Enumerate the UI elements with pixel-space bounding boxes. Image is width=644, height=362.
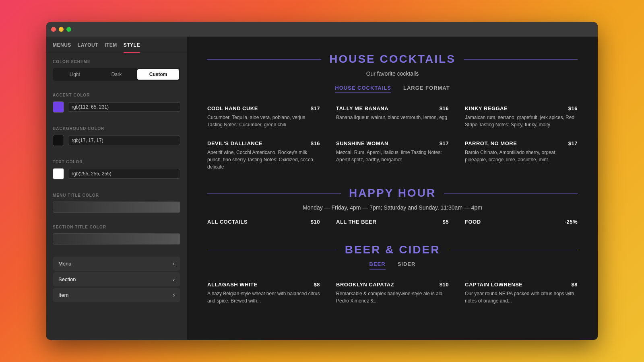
tab-style[interactable]: STYLE xyxy=(124,42,140,53)
accent-color-section: ACCENT COLOR rgb(112, 65, 231) xyxy=(46,86,187,114)
item-price: -25% xyxy=(565,219,578,225)
item-price: $5 xyxy=(443,219,449,225)
maximize-button[interactable] xyxy=(66,27,71,32)
item-price: $17 xyxy=(440,140,449,146)
item-price: $17 xyxy=(568,140,578,146)
item-price: $16 xyxy=(440,105,449,111)
nav-item-section[interactable]: Section › xyxy=(53,272,180,286)
menu-item: BROOKLYN CAPATAZ $10 Remarkable & comple… xyxy=(336,282,449,304)
text-color-section: TEXT COLOR rgb(255, 255, 255) xyxy=(46,153,187,181)
app-body: MENUS LAYOUT ITEM STYLE COLOR SCHEME Lig… xyxy=(46,37,598,340)
menu-item: ALL COCTAILS $10 xyxy=(207,219,320,227)
item-name: CAPTAIN LOWRENSE $8 xyxy=(465,282,578,288)
tab-beer[interactable]: BEER xyxy=(369,261,386,269)
items-row-happy-hour: ALL COCTAILS $10 ALL THE BEER $5 FOOD xyxy=(207,219,578,227)
item-price: $10 xyxy=(440,282,449,288)
menu-title-color-picker[interactable] xyxy=(53,202,180,213)
nav-tabs: MENUS LAYOUT ITEM STYLE xyxy=(46,37,187,53)
item-name: SUNSHINE WOMAN $17 xyxy=(336,140,449,146)
item-name: FOOD -25% xyxy=(465,219,578,225)
section-title-beer-cider: BEER & CIDER xyxy=(207,243,578,256)
item-name: ALL THE BEER $5 xyxy=(336,219,449,225)
section-title-color-label: SECTION TITLE COLOR xyxy=(53,225,180,229)
color-scheme-buttons: Light Dark Custom xyxy=(53,68,180,81)
scheme-custom-button[interactable]: Custom xyxy=(137,69,179,80)
text-color-value[interactable]: rgb(255, 255, 255) xyxy=(68,169,180,179)
item-desc: Aperitif wine, Cocchi Americano, Rockey'… xyxy=(207,149,320,171)
section-tabs: BEER SIDER xyxy=(207,261,578,269)
scheme-dark-button[interactable]: Dark xyxy=(96,69,138,80)
title-line-right xyxy=(464,59,578,60)
close-button[interactable] xyxy=(51,27,56,32)
menu-item: SUNSHINE WOMAN $17 Mezcal, Rum, Aperol, … xyxy=(336,140,449,171)
item-price: $8 xyxy=(314,282,320,288)
scheme-light-button[interactable]: Light xyxy=(54,69,96,80)
accent-color-swatch[interactable] xyxy=(53,101,64,113)
item-desc: Cucumber, Tequila, aloe vera, poblano, v… xyxy=(207,114,320,128)
tab-sider[interactable]: SIDER xyxy=(398,261,416,269)
section-subtitle: Monday — Friday, 4pm — 7pm; Saturday and… xyxy=(207,204,578,211)
section-heading: HAPPY HOUR xyxy=(349,187,436,200)
accent-color-value[interactable]: rgb(112, 65, 231) xyxy=(68,102,180,112)
title-line-left xyxy=(207,193,341,193)
main-content: HOUSE COCKTAILS Our favorite cocktails H… xyxy=(187,37,598,340)
minimize-button[interactable] xyxy=(59,27,64,32)
nav-item-item-label: Item xyxy=(58,292,68,298)
tab-menus[interactable]: MENUS xyxy=(53,42,71,53)
item-desc: Barolo Chinato, Amontillado sherry, orge… xyxy=(465,149,578,163)
menu-title-color-label: MENU TITLE COLOR xyxy=(53,193,180,197)
item-desc: Remarkable & complex barleywine-style al… xyxy=(336,290,449,304)
section-title-happy-hour: HAPPY HOUR xyxy=(207,187,578,200)
sidebar: MENUS LAYOUT ITEM STYLE COLOR SCHEME Lig… xyxy=(46,37,187,340)
menu-item: KINKY REGGAE $16 Jamaican rum, serrano, … xyxy=(465,105,578,128)
section-title-color-section: SECTION TITLE COLOR xyxy=(46,218,187,250)
item-price: $16 xyxy=(311,140,320,146)
color-scheme-section: COLOR SCHEME Light Dark Custom xyxy=(46,53,187,81)
background-color-swatch[interactable] xyxy=(53,135,64,146)
item-price: $10 xyxy=(311,219,320,225)
section-tabs: HOUSE COCKTAILS LARGE FORMAT xyxy=(207,85,578,93)
section-heading: HOUSE COCKTAILS xyxy=(329,53,456,66)
text-color-row: rgb(255, 255, 255) xyxy=(53,168,180,179)
section-happy-hour: HAPPY HOUR Monday — Friday, 4pm — 7pm; S… xyxy=(207,187,578,227)
item-name: KINKY REGGAE $16 xyxy=(465,105,578,111)
section-title-color-picker[interactable] xyxy=(53,233,180,245)
app-window: MENUS LAYOUT ITEM STYLE COLOR SCHEME Lig… xyxy=(46,22,598,340)
text-color-swatch[interactable] xyxy=(53,168,64,179)
menu-item: COOL HAND CUKE $17 Cucumber, Tequila, al… xyxy=(207,105,320,128)
item-desc: A hazy Belgian-style wheat beer with bal… xyxy=(207,290,320,304)
item-desc: Banana liqueur, walnut, blanc vermouth, … xyxy=(336,114,449,121)
item-name: DEVIL'S DALLIANCE $16 xyxy=(207,140,320,146)
title-line-right xyxy=(448,250,578,250)
nav-item-item[interactable]: Item › xyxy=(53,288,180,302)
section-beer-cider: BEER & CIDER BEER SIDER ALLAGASH WHITE $… xyxy=(207,243,578,304)
titlebar xyxy=(46,22,598,37)
color-scheme-label: COLOR SCHEME xyxy=(53,60,180,64)
menu-item: ALL THE BEER $5 xyxy=(336,219,449,227)
accent-color-row: rgb(112, 65, 231) xyxy=(53,101,180,113)
menu-item: DEVIL'S DALLIANCE $16 Aperitif wine, Coc… xyxy=(207,140,320,171)
section-title-house-cocktails: HOUSE COCKTAILS xyxy=(207,53,578,66)
tab-layout[interactable]: LAYOUT xyxy=(78,42,98,53)
title-line-right xyxy=(444,193,578,193)
item-price: $8 xyxy=(572,282,578,288)
item-name: TALLY ME BANANA $16 xyxy=(336,105,449,111)
tab-house-cocktails[interactable]: HOUSE COCKTAILS xyxy=(335,85,391,93)
section-house-cocktails: HOUSE COCKTAILS Our favorite cocktails H… xyxy=(207,53,578,171)
menu-title-color-section: MENU TITLE COLOR xyxy=(46,187,187,218)
item-name: COOL HAND CUKE $17 xyxy=(207,105,320,111)
tab-item[interactable]: ITEM xyxy=(105,42,117,53)
item-price: $16 xyxy=(568,105,578,111)
nav-item-menu[interactable]: Menu › xyxy=(53,257,180,271)
chevron-right-icon: › xyxy=(173,261,175,267)
background-color-label: BACKGROUND COLOR xyxy=(53,126,180,131)
item-name: PARROT, NO MORE $17 xyxy=(465,140,578,146)
tab-large-format[interactable]: LARGE FORMAT xyxy=(403,85,450,93)
nav-item-menu-label: Menu xyxy=(58,261,72,267)
items-grid-beer: ALLAGASH WHITE $8 A hazy Belgian-style w… xyxy=(207,282,578,304)
item-name: BROOKLYN CAPATAZ $10 xyxy=(336,282,449,288)
item-name: ALLAGASH WHITE $8 xyxy=(207,282,320,288)
chevron-right-icon: › xyxy=(173,276,175,282)
background-color-value[interactable]: rgb(17, 17, 17) xyxy=(68,136,180,145)
item-desc: Our year round NEIPA packed with citrus … xyxy=(465,290,578,304)
